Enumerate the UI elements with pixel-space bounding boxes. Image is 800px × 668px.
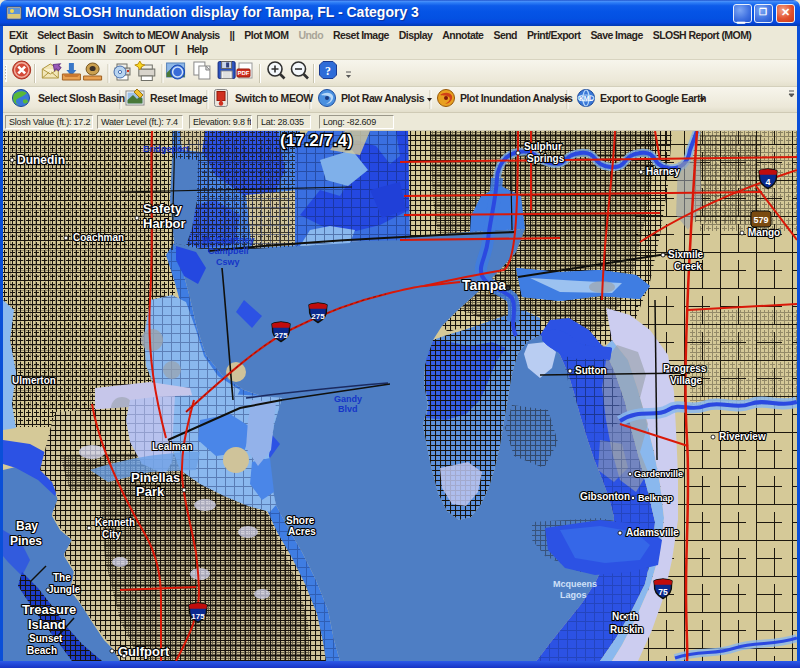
svg-text:Plot Inundation Analysis: Plot Inundation Analysis [460, 92, 573, 104]
svg-text:Lagos: Lagos [560, 590, 587, 600]
svg-text:Cswy: Cswy [216, 257, 240, 267]
svg-text:Bridgeport: Bridgeport [143, 144, 189, 154]
svg-text:Sunset: Sunset [29, 633, 63, 644]
svg-text:Harbor: Harbor [143, 216, 186, 231]
svg-text:Dunedin: Dunedin [17, 153, 65, 167]
svg-text:Harney: Harney [646, 166, 680, 177]
svg-text:Gandy: Gandy [334, 394, 362, 404]
svg-text:Acres: Acres [288, 526, 316, 537]
svg-text:Park: Park [136, 484, 165, 499]
svg-text:Gibsonton: Gibsonton [580, 491, 630, 502]
svg-text:Treasure: Treasure [22, 602, 76, 617]
svg-text:KML: KML [579, 95, 593, 102]
svg-text:Switch to MEOW: Switch to MEOW [235, 92, 313, 104]
svg-text:Progress: Progress [663, 363, 707, 374]
svg-text:Creek: Creek [674, 261, 702, 272]
svg-text:Beach: Beach [27, 645, 57, 656]
svg-text:Campbell: Campbell [208, 246, 249, 256]
svg-text:W. Courtney: W. Courtney [202, 235, 255, 245]
svg-text:Springs: Springs [527, 153, 565, 164]
svg-text:Island: Island [28, 617, 66, 632]
svg-text:579: 579 [753, 215, 768, 225]
svg-text:Ruskin: Ruskin [610, 624, 643, 635]
svg-text:Select Slosh Basin: Select Slosh Basin [38, 92, 125, 104]
svg-text:Tampa: Tampa [462, 277, 506, 293]
svg-text:City: City [102, 529, 121, 540]
svg-text:Riverview: Riverview [719, 431, 766, 442]
svg-text:Ulmerton: Ulmerton [12, 375, 56, 386]
svg-text:Coachman: Coachman [73, 232, 124, 243]
svg-text:275: 275 [311, 312, 325, 321]
svg-text:Pines: Pines [10, 534, 42, 548]
svg-text:Adamsville: Adamsville [626, 527, 679, 538]
svg-text:Belknap: Belknap [638, 493, 674, 503]
svg-text:Gardenville: Gardenville [634, 469, 683, 479]
svg-text:Jungle: Jungle [48, 584, 81, 595]
svg-text:Sulphur: Sulphur [524, 141, 562, 152]
svg-text:Pinellas: Pinellas [131, 470, 180, 485]
svg-text:Kenneth: Kenneth [95, 517, 135, 528]
svg-text:?: ? [325, 64, 331, 78]
svg-text:Reset Image: Reset Image [150, 92, 208, 104]
svg-text:Village: Village [670, 375, 702, 386]
svg-text:Blvd: Blvd [338, 404, 358, 414]
svg-text:Plot Raw Analysis: Plot Raw Analysis [341, 92, 425, 104]
svg-text:Lealman: Lealman [152, 441, 193, 452]
svg-text:(17.2/7.4): (17.2/7.4) [280, 131, 353, 150]
svg-text:75: 75 [658, 587, 668, 597]
svg-text:Shore: Shore [286, 515, 315, 526]
svg-text:Safety: Safety [143, 201, 183, 216]
svg-text:Mcqueens: Mcqueens [553, 579, 597, 589]
svg-text:Export to Google Earth: Export to Google Earth [600, 92, 706, 104]
svg-text:Sutton: Sutton [575, 365, 607, 376]
svg-text:Sixmile: Sixmile [668, 249, 703, 260]
svg-text:4: 4 [765, 177, 770, 187]
svg-text:PDF: PDF [238, 70, 250, 76]
svg-text:Mango: Mango [748, 227, 780, 238]
svg-text:175: 175 [191, 612, 205, 621]
svg-text:The: The [53, 572, 71, 583]
svg-text:Bay: Bay [16, 519, 38, 533]
